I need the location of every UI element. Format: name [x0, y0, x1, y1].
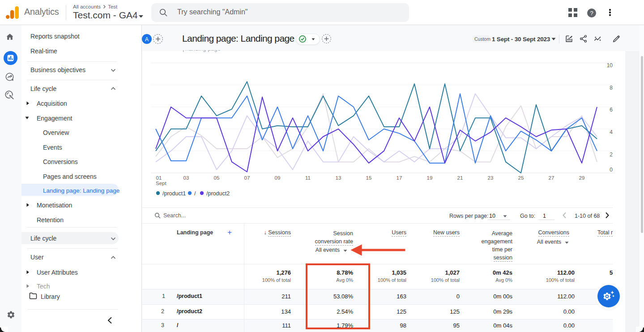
svg-text:13: 13: [336, 175, 341, 181]
svg-text:01: 01: [156, 175, 162, 181]
svg-text:25: 25: [518, 175, 524, 181]
svg-text:6: 6: [610, 107, 613, 113]
svg-text:A: A: [145, 36, 149, 43]
svg-text:4: 4: [610, 129, 613, 135]
svg-text:09: 09: [275, 175, 281, 181]
svg-text:2: 2: [610, 151, 613, 158]
svg-text:19: 19: [427, 175, 433, 181]
svg-text:15: 15: [366, 175, 372, 181]
svg-text:?: ?: [590, 10, 593, 17]
svg-text:27: 27: [549, 175, 554, 181]
svg-text:/product1: /product1: [162, 190, 186, 197]
svg-text:10: 10: [607, 62, 613, 69]
svg-text:8: 8: [610, 85, 613, 91]
svg-text:/: /: [194, 190, 196, 197]
svg-text:23: 23: [488, 175, 494, 181]
svg-text:29: 29: [579, 175, 585, 181]
svg-text:Sept: Sept: [156, 181, 166, 186]
svg-text:11: 11: [305, 175, 311, 181]
svg-text:0: 0: [610, 167, 613, 173]
svg-text:07: 07: [244, 175, 250, 181]
svg-text:05: 05: [214, 175, 220, 181]
svg-text:21: 21: [457, 175, 463, 181]
svg-text:17: 17: [397, 175, 402, 181]
svg-text:/product2: /product2: [206, 190, 230, 197]
svg-text:03: 03: [183, 175, 189, 181]
